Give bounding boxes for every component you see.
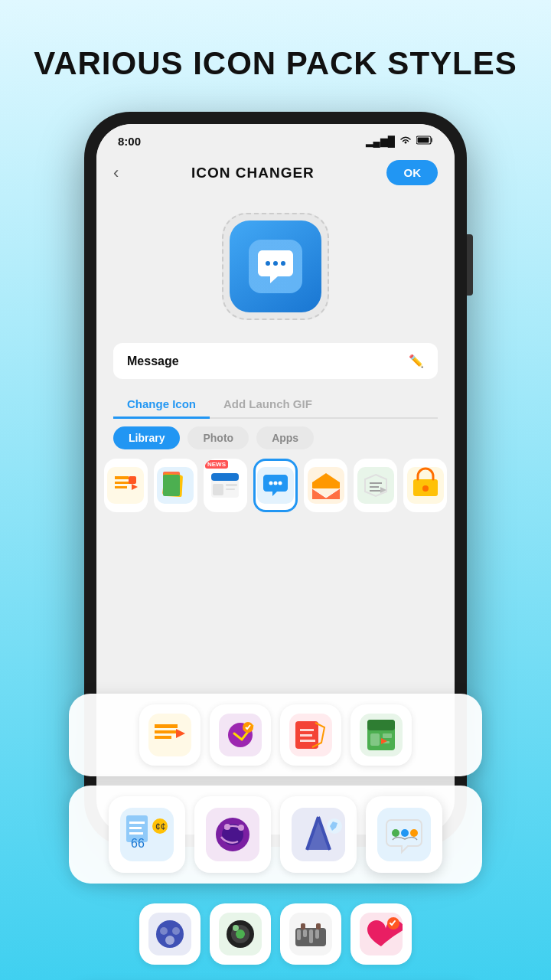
float-icon-b4-selected[interactable]: [366, 796, 442, 873]
headline: VARIOUS ICON PACK STYLES: [3, 46, 548, 81]
svg-rect-39: [383, 733, 392, 738]
svg-point-56: [410, 829, 418, 837]
svg-rect-17: [226, 484, 237, 486]
svg-point-4: [273, 261, 278, 266]
filter-photo[interactable]: Photo: [187, 426, 249, 449]
svg-rect-1: [418, 138, 429, 143]
svg-point-20: [269, 482, 273, 485]
svg-point-66: [233, 925, 239, 931]
grid-icon-3[interactable]: NEWS: [204, 459, 247, 512]
float-icon-c1[interactable]: [139, 903, 201, 965]
svg-rect-72: [315, 929, 319, 939]
svg-rect-74: [316, 923, 321, 929]
status-time: 8:00: [118, 135, 141, 148]
wifi-icon: [399, 136, 412, 147]
signal-icon: ▂▄▆█: [366, 136, 395, 147]
edit-icon[interactable]: ✏️: [409, 354, 424, 368]
grid-icon-2[interactable]: [154, 459, 197, 512]
app-name-row[interactable]: Message ✏️: [113, 343, 438, 379]
svg-rect-16: [213, 484, 223, 495]
icon-row-1: NEWS: [104, 459, 447, 512]
tab-row: Change Icon Add Launch GIF: [113, 391, 438, 419]
svg-point-5: [281, 261, 285, 266]
svg-rect-15: [211, 473, 239, 481]
float-icon-c3[interactable]: [280, 903, 341, 965]
svg-text:66: 66: [131, 837, 145, 850]
app-header: ‹ ICON CHANGER OK: [96, 154, 455, 194]
svg-point-49: [224, 824, 230, 830]
svg-rect-6: [107, 467, 144, 504]
svg-point-59: [160, 927, 168, 935]
svg-rect-12: [163, 475, 180, 496]
svg-point-54: [392, 829, 399, 837]
tab-add-launch-gif[interactable]: Add Launch GIF: [210, 391, 326, 417]
svg-point-50: [238, 825, 244, 831]
svg-point-61: [165, 936, 174, 945]
svg-rect-38: [370, 733, 380, 746]
app-name-text: Message: [127, 354, 179, 368]
floating-row-b: 66¢¢: [69, 786, 482, 884]
float-icon-c2[interactable]: [210, 903, 271, 965]
svg-rect-73: [301, 923, 305, 929]
float-icon-a3[interactable]: [280, 704, 341, 766]
svg-text:¢¢: ¢¢: [155, 822, 165, 832]
back-button[interactable]: ‹: [113, 163, 119, 183]
svg-rect-29: [148, 714, 191, 756]
icon-placeholder[interactable]: [222, 213, 329, 320]
grid-icon-5[interactable]: [304, 459, 347, 512]
float-icon-c4[interactable]: [350, 903, 412, 965]
float-icon-a1[interactable]: [139, 704, 201, 766]
svg-point-22: [279, 482, 282, 485]
float-icon-b2[interactable]: [194, 796, 271, 873]
svg-rect-37: [367, 720, 395, 730]
floating-row-c: [69, 893, 482, 975]
icon-preview-area: [96, 194, 455, 332]
news-badge: NEWS: [205, 460, 228, 469]
grid-icon-1[interactable]: [104, 459, 148, 512]
svg-point-21: [274, 482, 278, 485]
filter-row: Library Photo Apps: [113, 426, 438, 449]
svg-point-28: [422, 485, 429, 492]
filter-library[interactable]: Library: [113, 426, 180, 449]
tab-change-icon[interactable]: Change Icon: [113, 391, 210, 419]
icon-grid-area: NEWS: [96, 459, 455, 512]
battery-icon: [416, 136, 433, 147]
status-bar: 8:00 ▂▄▆█: [96, 124, 455, 154]
floating-row-a: [69, 694, 482, 776]
status-icons: ▂▄▆█: [366, 136, 433, 147]
grid-icon-6[interactable]: [354, 459, 397, 512]
ok-button[interactable]: OK: [386, 160, 438, 185]
float-icon-b3[interactable]: [280, 796, 357, 873]
svg-rect-18: [226, 488, 235, 490]
grid-icon-7[interactable]: [403, 459, 447, 512]
app-title: ICON CHANGER: [191, 165, 315, 181]
svg-point-55: [401, 829, 409, 837]
float-icon-a4[interactable]: [350, 704, 412, 766]
svg-point-60: [172, 927, 180, 935]
float-icon-b1[interactable]: 66¢¢: [109, 796, 185, 873]
svg-rect-69: [297, 929, 301, 940]
message-icon-bg: [230, 220, 321, 312]
floating-icons-container: 66¢¢: [69, 694, 482, 980]
grid-icon-4-selected[interactable]: [253, 459, 298, 512]
filter-apps[interactable]: Apps: [256, 426, 314, 449]
svg-rect-70: [303, 929, 307, 937]
svg-rect-71: [309, 929, 313, 943]
svg-point-3: [266, 261, 270, 266]
svg-rect-24: [357, 467, 394, 504]
svg-rect-7: [129, 476, 136, 484]
float-icon-a2[interactable]: [210, 704, 271, 766]
phone-mockup: 8:00 ▂▄▆█ ‹ ICON CHANGER OK: [84, 112, 467, 916]
svg-point-65: [236, 929, 245, 939]
